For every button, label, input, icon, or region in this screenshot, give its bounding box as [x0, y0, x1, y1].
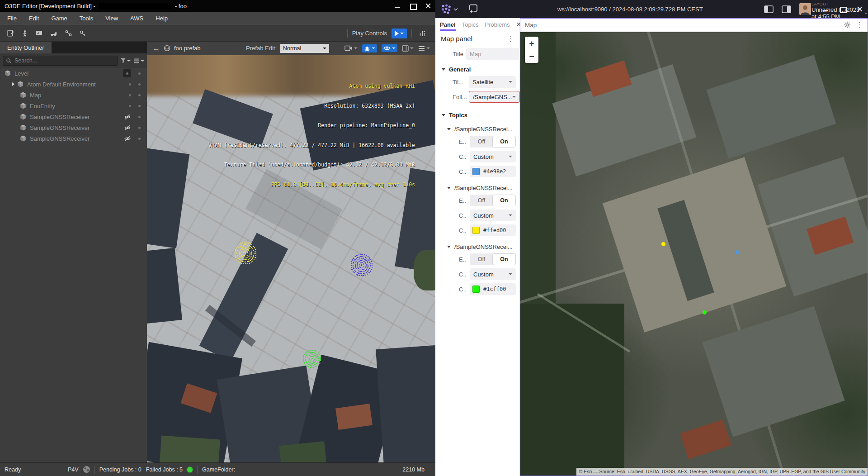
map-canvas[interactable]: + − © Esri — Source: Esri, i-cubed, USDA…: [520, 32, 868, 476]
o3de-minimize-icon[interactable]: [395, 3, 400, 9]
map-panel-header[interactable]: Map ⋮: [520, 19, 868, 32]
user-avatar[interactable]: [799, 3, 811, 15]
foxglove-close-icon[interactable]: [857, 6, 863, 12]
lock-toggle[interactable]: [138, 116, 141, 118]
visibility-options-button[interactable]: [382, 44, 397, 52]
hidden-eye-slash-icon[interactable]: [124, 114, 131, 120]
save-edit-icon[interactable]: [5, 29, 16, 38]
topic-group-header-1[interactable]: /SampleGNSSRecei...: [447, 126, 516, 133]
toggle-on-button[interactable]: On: [493, 136, 515, 147]
visibility-toggle[interactable]: [129, 94, 131, 96]
toggle-on-button[interactable]: On: [493, 254, 515, 265]
color-swatch[interactable]: [472, 286, 480, 293]
left-sidebar-toggle-icon[interactable]: [764, 5, 774, 13]
simulate-person-icon[interactable]: [19, 29, 31, 38]
color-swatch[interactable]: [472, 227, 480, 234]
menu-help[interactable]: Help: [156, 15, 168, 22]
tab-problems[interactable]: Problems: [485, 18, 510, 31]
menu-view[interactable]: View: [105, 15, 118, 22]
o3de-close-icon[interactable]: [425, 3, 431, 9]
topic2-color-row: C.. #ffed00: [459, 224, 516, 236]
menu-game[interactable]: Game: [51, 15, 67, 22]
play-button[interactable]: [392, 29, 407, 38]
camera-settings-button[interactable]: [344, 45, 358, 51]
jobs-status-indicator[interactable]: [187, 467, 193, 472]
viewport-layout-button[interactable]: [402, 45, 414, 52]
search-box[interactable]: [3, 56, 118, 66]
topic3-color-picker[interactable]: #1cff00: [470, 283, 516, 295]
topics-section-header[interactable]: Topics: [442, 112, 516, 119]
tab-topics[interactable]: Topics: [462, 18, 479, 31]
key-tool-icon[interactable]: [77, 29, 89, 38]
sort-options-button[interactable]: [133, 58, 144, 63]
toggle-off-button[interactable]: Off: [470, 195, 493, 206]
filter-button[interactable]: [120, 58, 131, 63]
lock-toggle[interactable]: [138, 94, 141, 96]
lock-toggle[interactable]: [138, 83, 141, 86]
map-panel-title: Map: [525, 22, 537, 29]
dropdown-caret-icon: [512, 96, 516, 98]
add-panel-button[interactable]: [468, 4, 479, 14]
connection-status[interactable]: ws://localhost:9090 / 2024-08-08 2:09:29…: [557, 0, 703, 18]
debug-info-button[interactable]: [362, 44, 377, 52]
topic3-color-mode-select[interactable]: Custom: [470, 268, 516, 280]
trajectory-tool-icon[interactable]: [416, 29, 428, 38]
topic2-color-mode-select[interactable]: Custom: [470, 209, 516, 221]
menu-aws[interactable]: AWS: [130, 15, 143, 22]
toggle-off-button[interactable]: Off: [470, 254, 493, 265]
toggle-off-button[interactable]: Off: [470, 136, 493, 147]
status-p4v-label[interactable]: P4V: [68, 466, 79, 473]
entity-row-enuentity[interactable]: EnuEntity: [0, 100, 147, 111]
general-section-header[interactable]: General: [442, 66, 516, 73]
zoom-out-button[interactable]: −: [525, 50, 538, 63]
topic1-color-mode-select[interactable]: Custom: [470, 151, 516, 162]
terrain-editor-icon[interactable]: [33, 29, 45, 38]
entity-row-map[interactable]: Map: [0, 90, 147, 100]
foxglove-maximize-icon[interactable]: [840, 6, 845, 12]
lock-toggle[interactable]: [138, 138, 141, 140]
editor-focus-toggle[interactable]: [123, 69, 131, 77]
foxglove-minimize-icon[interactable]: [823, 6, 828, 12]
tab-entity-outliner[interactable]: Entity Outliner: [0, 42, 52, 53]
right-sidebar-toggle-icon[interactable]: [782, 5, 791, 13]
toggle-on-button[interactable]: On: [493, 195, 515, 206]
menu-tools[interactable]: Tools: [80, 15, 93, 22]
lock-toggle[interactable]: [138, 127, 141, 129]
hidden-eye-slash-icon[interactable]: [124, 125, 131, 131]
topic-group-header-2[interactable]: /SampleGNSSRecei...: [447, 185, 516, 191]
link-nodes-icon[interactable]: [62, 29, 74, 38]
menu-edit[interactable]: Edit: [29, 15, 39, 22]
entity-row-samplegnssreceiver-1[interactable]: SampleGNSSReceiver: [0, 111, 147, 122]
entity-row-samplegnssreceiver-2[interactable]: SampleGNSSReceiver: [0, 122, 147, 133]
app-menu-button[interactable]: [441, 4, 458, 14]
prefab-edit-mode-select[interactable]: Normal: [280, 44, 329, 53]
search-input[interactable]: [14, 57, 114, 64]
map-panel-menu-icon[interactable]: ⋮: [856, 21, 863, 29]
topic1-color-picker[interactable]: #4e98e2: [470, 166, 516, 177]
menu-file[interactable]: File: [7, 15, 17, 22]
lock-toggle[interactable]: [138, 105, 141, 107]
tab-panel[interactable]: Panel: [440, 18, 456, 31]
visibility-toggle[interactable]: [129, 83, 131, 86]
entity-row-samplegnssreceiver-3[interactable]: SampleGNSSReceiver: [0, 133, 147, 144]
viewport-menu-button[interactable]: [418, 46, 430, 51]
entity-row-level[interactable]: Level: [0, 68, 147, 79]
map-settings-gear-icon[interactable]: [844, 21, 851, 29]
zoom-in-button[interactable]: +: [525, 37, 538, 50]
topic-group-header-3[interactable]: /SampleGNSSRecei...: [447, 243, 516, 250]
lock-toggle[interactable]: [138, 72, 141, 75]
color-swatch[interactable]: [472, 168, 480, 175]
back-arrow-icon[interactable]: ←: [152, 44, 160, 52]
viewport-3d-canvas[interactable]: Atom using vulkan RHI Resolution: 632x89…: [147, 55, 435, 462]
panel-settings-menu-icon[interactable]: ⋮: [507, 35, 514, 43]
hidden-eye-slash-icon[interactable]: [124, 136, 131, 142]
topic2-color-picker[interactable]: #ffed00: [470, 224, 516, 236]
tile-layer-select[interactable]: Satellite: [469, 76, 516, 88]
visibility-toggle[interactable]: [129, 105, 131, 107]
o3de-maximize-icon[interactable]: [410, 3, 415, 9]
expand-caret-icon[interactable]: [12, 82, 14, 86]
follow-topic-select[interactable]: /SampleGNS...: [469, 91, 520, 103]
vehicle-tool-icon[interactable]: [48, 29, 60, 38]
entity-row-atom-default-environment[interactable]: Atom Default Environment: [0, 79, 147, 90]
p4v-globe-icon[interactable]: [83, 466, 90, 473]
